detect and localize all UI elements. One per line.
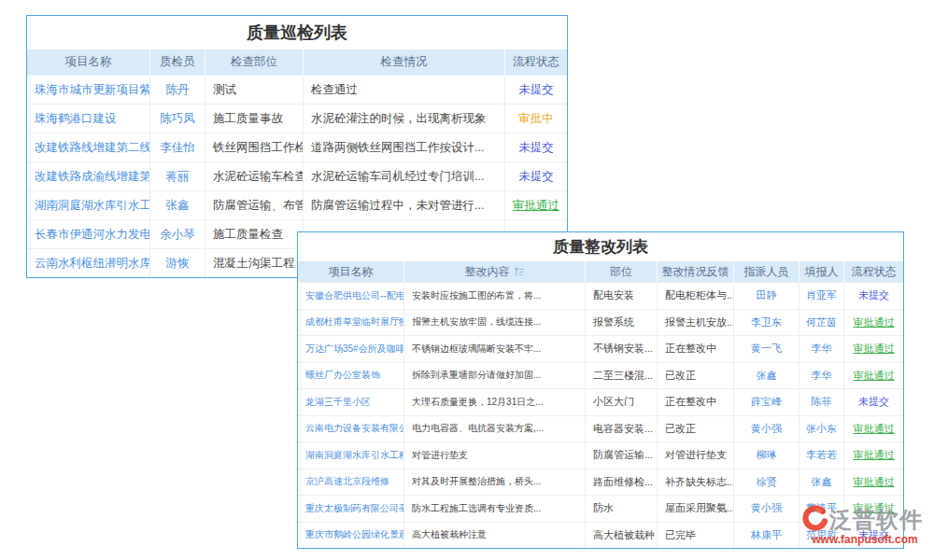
inspector-name[interactable]: 陈丹 (150, 76, 205, 104)
status-badge[interactable]: 审批通过 (505, 191, 567, 219)
sort-icon[interactable] (514, 266, 525, 277)
project-link[interactable]: 湖南洞庭湖水库引水工程施工标 (298, 442, 404, 469)
table-row: 螺丝厂办公室装饰拆除到承重墙部分请做好加固...二至三楼混...已改正张鑫李华审… (298, 362, 903, 389)
check-situation-cell: 防腐管运输过程中，未对管进行... (304, 191, 505, 219)
header-check-situation: 检查情况 (304, 49, 505, 75)
inspection-table-title: 质量巡检列表 (27, 16, 567, 49)
inspector-name[interactable]: 李佳怡 (150, 133, 205, 161)
assignee-name[interactable]: 徐贤 (734, 469, 800, 496)
feedback-cell: 配电柜柜体与... (658, 283, 734, 309)
project-link[interactable]: 改建铁路成渝线增建第... (27, 162, 150, 190)
reporter-name[interactable]: 肖亚军 (800, 283, 844, 309)
project-link[interactable]: 湖南洞庭湖水库引水工... (27, 191, 150, 219)
feedback-cell: 正在整改中 (658, 336, 734, 362)
reporter-name[interactable]: 张小东 (800, 416, 844, 442)
status-badge[interactable]: 审批通过 (844, 363, 903, 389)
status-badge[interactable]: 审批通过 (844, 336, 903, 362)
status-badge[interactable]: 未提交 (505, 162, 567, 190)
fanpu-watermark: 泛普软件 www.fanpusoft.com (800, 505, 930, 546)
status-badge[interactable]: 未提交 (844, 283, 903, 309)
inspection-table-header-row: 项目名称质检员检查部位检查情况流程状态 (27, 49, 567, 75)
feedback-cell: 对管进行垫支 (658, 442, 734, 469)
project-link[interactable]: 改建铁路线增建第二线... (27, 133, 150, 161)
reporter-name[interactable]: 陈菲 (800, 389, 844, 415)
status-badge[interactable]: 审批通过 (844, 416, 903, 442)
status-badge[interactable]: 未提交 (844, 389, 903, 415)
project-link[interactable]: 珠海市城市更新项目紫... (27, 76, 150, 104)
check-situation-cell: 水泥砼运输车司机经过专门培训... (304, 162, 505, 190)
project-link[interactable]: 万达广场35#会所及咖啡厅空... (298, 336, 404, 362)
status-badge[interactable]: 审批通过 (844, 469, 903, 496)
assignee-name[interactable]: 田静 (734, 283, 800, 309)
assignee-name[interactable]: 黄小强 (734, 496, 800, 522)
check-part-cell: 铁丝网围挡工作检查 (205, 133, 304, 161)
rectify-part-cell: 报警系统 (586, 310, 658, 336)
project-link[interactable]: 云南电力设备安装有限公司20... (298, 416, 404, 442)
header-part: 部位 (586, 261, 658, 282)
status-badge[interactable]: 未提交 (505, 133, 567, 161)
inspector-name[interactable]: 陈巧凤 (150, 105, 205, 133)
reporter-name[interactable]: 张鑫 (800, 469, 844, 496)
rectify-content-cell: 不锈钢边框玻璃隔断安装不牢... (404, 336, 586, 362)
project-link[interactable]: 珠海鹤港口建设 (27, 105, 150, 133)
status-badge[interactable]: 审批通过 (844, 310, 903, 336)
check-part-cell: 水泥砼运输车检查 (205, 162, 304, 190)
status-badge[interactable]: 审批通过 (844, 442, 903, 469)
project-link[interactable]: 云南水利枢纽潜明水库... (27, 249, 150, 277)
header-check-part: 检查部位 (205, 49, 304, 75)
inspector-name[interactable]: 游恢 (150, 249, 205, 277)
table-row: 云南电力设备安装有限公司20...电力电容器、电抗器安装方案,...电容器安装.… (298, 415, 903, 442)
check-part-cell: 施工质量检查 (205, 220, 304, 248)
assignee-name[interactable]: 黄小强 (734, 416, 800, 442)
project-link[interactable]: 成都杜甫草堂临时展厅独立展... (298, 310, 404, 336)
header-inspector: 质检员 (150, 49, 205, 75)
project-link[interactable]: 重庆市鹅岭公园绿化景观提升... (298, 523, 404, 549)
assignee-name[interactable]: 林康平 (734, 523, 800, 549)
assignee-name[interactable]: 张鑫 (734, 363, 800, 389)
project-link[interactable]: 龙湖三千里小区 (298, 389, 404, 415)
assignee-name[interactable]: 柳琳 (734, 442, 800, 469)
rectify-part-cell: 防水 (586, 496, 658, 522)
assignee-name[interactable]: 黄一飞 (734, 336, 800, 362)
project-link[interactable]: 重庆太极制药有限公司亳州中... (298, 496, 404, 522)
header-project-name: 项目名称 (27, 49, 150, 75)
table-row: 珠海市城市更新项目紫...陈丹测试检查通过未提交 (27, 75, 567, 104)
check-part-cell: 防腐管运输、布管 (205, 191, 304, 219)
header-process-status: 流程状态 (505, 49, 567, 75)
header-project-name: 项目名称 (298, 261, 404, 282)
status-badge[interactable]: 未提交 (505, 76, 567, 104)
table-row: 湖南洞庭湖水库引水工...张鑫防腐管运输、布管防腐管运输过程中，未对管进行...… (27, 190, 567, 219)
inspector-name[interactable]: 张鑫 (150, 191, 205, 219)
table-row: 龙湖三千里小区大理石质量更换，12月31日之...小区大门正在整改中薛宝峰陈菲未… (298, 388, 903, 415)
project-link[interactable]: 安徽合肥供电公司--配电设备... (298, 283, 404, 309)
feedback-cell: 正在整改中 (658, 389, 734, 415)
inspector-name[interactable]: 蒋丽 (150, 162, 205, 190)
feedback-cell: 已完毕 (658, 523, 734, 549)
project-link[interactable]: 螺丝厂办公室装饰 (298, 363, 404, 389)
project-link[interactable]: 京沪高速北京段维修 (298, 469, 404, 496)
header-reporter: 填报人 (800, 261, 844, 282)
rectify-part-cell: 二至三楼混... (586, 363, 658, 389)
feedback-cell: 报警主机安放... (658, 310, 734, 336)
rectify-content-cell: 防水工程施工选调有专业资质... (404, 496, 586, 522)
rectify-part-cell: 高大植被栽种 (586, 523, 658, 549)
table-row: 改建铁路线增建第二线...李佳怡铁丝网围挡工作检查道路两侧铁丝网围挡工作按设计.… (27, 133, 567, 161)
table-row: 湖南洞庭湖水库引水工程施工标对管进行垫支防腐管运输...对管进行垫支柳琳李若若审… (298, 441, 903, 469)
reporter-name[interactable]: 李华 (800, 363, 844, 389)
assignee-name[interactable]: 薛宝峰 (734, 389, 800, 415)
assignee-name[interactable]: 李卫东 (734, 310, 800, 336)
header-rectify-content[interactable]: 整改内容 (404, 261, 586, 282)
fanpu-logo-icon (800, 505, 828, 535)
inspector-name[interactable]: 余小琴 (150, 220, 205, 248)
table-row: 珠海鹤港口建设陈巧凤施工质量事故水泥砼灌注的时候，出现离析现象审批中 (27, 104, 567, 133)
rectify-part-cell: 防腐管运输... (586, 442, 658, 469)
check-part-cell: 测试 (205, 76, 304, 104)
check-situation-cell: 检查通过 (304, 76, 505, 104)
check-part-cell: 施工质量事故 (205, 105, 304, 133)
reporter-name[interactable]: 何芷茵 (800, 310, 844, 336)
reporter-name[interactable]: 李华 (800, 336, 844, 362)
check-part-cell: 混凝土沟渠工程 (205, 249, 304, 277)
reporter-name[interactable]: 李若若 (800, 442, 844, 469)
project-link[interactable]: 长春市伊通河水力发电... (27, 220, 150, 248)
status-badge[interactable]: 审批中 (505, 105, 567, 133)
